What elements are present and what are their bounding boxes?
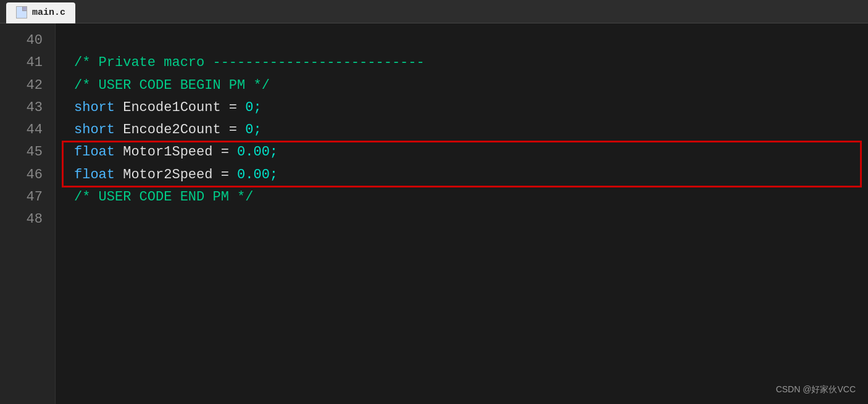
code-line: /* USER CODE END PM */ <box>74 186 868 208</box>
line-number: 44 <box>12 119 43 141</box>
code-line: /* USER CODE BEGIN PM */ <box>74 75 868 97</box>
line-number: 42 <box>12 75 43 97</box>
line-number: 40 <box>12 30 43 52</box>
line-number: 48 <box>12 208 43 231</box>
tab-bar: main.c <box>0 0 868 23</box>
file-icon <box>16 6 27 19</box>
code-line: short Encode2Count = 0; <box>74 119 868 141</box>
code-content: /* Private macro -----------------------… <box>56 23 868 404</box>
code-line: short Encode1Count = 0; <box>74 97 868 119</box>
line-numbers: 404142434445464748 <box>0 23 56 404</box>
tab-label: main.c <box>32 7 65 18</box>
line-number: 46 <box>12 164 43 186</box>
line-number: 45 <box>12 141 43 163</box>
code-line: float Motor1Speed = 0.00; <box>74 141 868 163</box>
file-tab[interactable]: main.c <box>6 2 75 23</box>
watermark: CSDN @好家伙VCC <box>776 384 856 395</box>
code-line: /* Private macro -----------------------… <box>74 52 868 74</box>
code-area: 404142434445464748 /* Private macro ----… <box>0 23 868 404</box>
code-line <box>74 208 868 231</box>
code-line <box>74 30 868 52</box>
code-line: float Motor2Speed = 0.00; <box>74 164 868 186</box>
line-number: 47 <box>12 186 43 208</box>
line-number: 41 <box>12 52 43 74</box>
editor-container: main.c 404142434445464748 /* Private mac… <box>0 0 868 404</box>
line-number: 43 <box>12 97 43 119</box>
